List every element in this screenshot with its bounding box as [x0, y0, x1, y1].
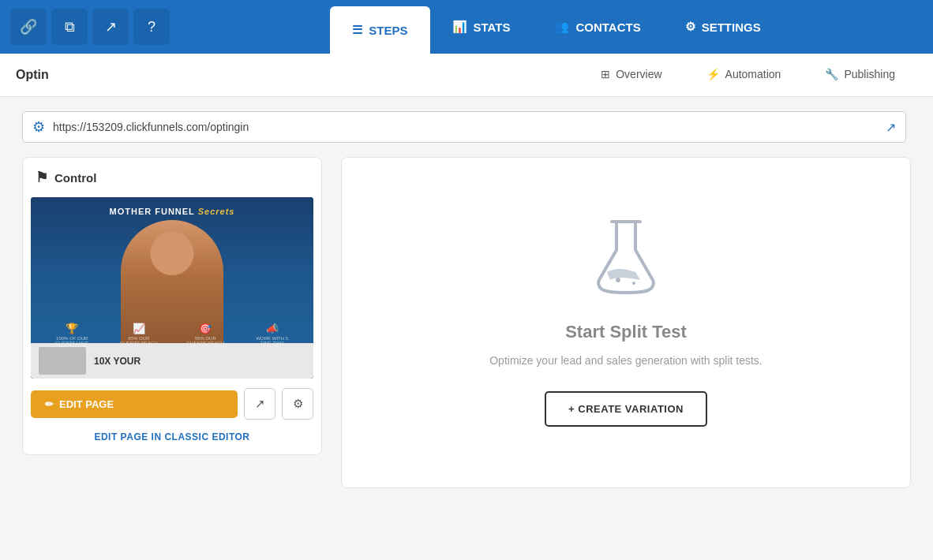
- top-tabs: ☰ STEPS 📊 STATS 👥 CONTACTS ⚙ SETTINGS: [180, 0, 933, 54]
- create-variation-button[interactable]: + CREATE VARIATION: [545, 391, 707, 427]
- control-card: ⚑ Control MOTHER FUNNEL Secrets 🏆 100% O…: [22, 157, 322, 455]
- tab-stats[interactable]: 📊 STATS: [430, 0, 533, 54]
- classic-editor-section: EDIT PAGE IN CLASSIC EDITOR: [23, 429, 321, 454]
- tab-contacts-label: CONTACTS: [575, 21, 640, 34]
- edit-pencil-icon: ✏: [45, 398, 54, 410]
- automation-icon: ⚡: [706, 68, 720, 80]
- thumbnail-image: [39, 347, 86, 375]
- settings-icon: ⚙: [685, 20, 695, 34]
- create-variation-label: + CREATE VARIATION: [568, 403, 684, 415]
- page-preview: MOTHER FUNNEL Secrets 🏆 100% OF OUR CLIE…: [31, 197, 313, 379]
- copy-button[interactable]: ⧉: [51, 9, 88, 45]
- url-bar: ⚙ https://153209.clickfunnels.com/opting…: [22, 111, 906, 143]
- thumbnail-text: 10X YOUR: [94, 356, 141, 367]
- split-test-card: Start Split Test Optimize your lead and …: [341, 157, 911, 488]
- svg-point-2: [632, 282, 635, 285]
- sub-tab-automation-label: Automation: [725, 68, 781, 80]
- preview-page-button[interactable]: ↗: [244, 388, 275, 420]
- url-external-icon[interactable]: ↗: [886, 120, 896, 135]
- contacts-icon: 👥: [554, 20, 569, 34]
- flask-icon: [594, 218, 658, 306]
- flag-icon: ⚑: [36, 169, 48, 186]
- sub-tab-publishing-label: Publishing: [844, 68, 895, 80]
- external-preview-icon: ↗: [255, 397, 265, 411]
- top-nav: 🔗 ⧉ ↗ ? ☰ STEPS 📊 STATS 👥 CONTACTS ⚙ SET…: [0, 0, 933, 54]
- sub-tab-overview-label: Overview: [616, 68, 661, 80]
- edit-page-button[interactable]: ✏ EDIT PAGE: [31, 390, 238, 418]
- tab-settings[interactable]: ⚙ SETTINGS: [663, 0, 783, 54]
- page-title: Optin: [16, 68, 579, 82]
- url-text: https://153209.clickfunnels.com/optingin: [53, 121, 878, 133]
- tab-settings-label: SETTINGS: [702, 21, 761, 34]
- sub-nav: Optin ⊞ Overview ⚡ Automation 🔧 Publishi…: [0, 54, 933, 97]
- gear-settings-icon: ⚙: [293, 397, 303, 411]
- url-gear-icon[interactable]: ⚙: [32, 118, 45, 136]
- svg-point-1: [616, 278, 620, 282]
- preview-inner: MOTHER FUNNEL Secrets 🏆 100% OF OUR CLIE…: [31, 197, 313, 379]
- external-link-button[interactable]: ↗: [92, 9, 129, 45]
- stats-icon: 📊: [452, 20, 467, 34]
- control-title: Control: [54, 171, 96, 185]
- tab-stats-label: STATS: [474, 21, 511, 34]
- control-actions: ✏ EDIT PAGE ↗ ⚙: [23, 379, 321, 429]
- page-settings-button[interactable]: ⚙: [282, 388, 313, 420]
- sub-tab-publishing[interactable]: 🔧 Publishing: [803, 54, 917, 96]
- sub-tab-automation[interactable]: ⚡ Automation: [684, 54, 804, 96]
- link-button[interactable]: 🔗: [10, 9, 47, 45]
- edit-page-label: EDIT PAGE: [59, 398, 114, 410]
- steps-icon: ☰: [352, 23, 362, 37]
- preview-logo: MOTHER FUNNEL Secrets: [110, 207, 235, 216]
- nav-icon-group: 🔗 ⧉ ↗ ?: [0, 0, 180, 54]
- publishing-icon: 🔧: [825, 68, 838, 80]
- help-button[interactable]: ?: [133, 9, 170, 45]
- url-bar-section: ⚙ https://153209.clickfunnels.com/opting…: [0, 97, 933, 157]
- preview-thumbnail-strip: 10X YOUR: [31, 343, 313, 379]
- split-test-title: Start Split Test: [565, 322, 687, 342]
- sub-tabs: ⊞ Overview ⚡ Automation 🔧 Publishing: [579, 54, 917, 96]
- split-test-description: Optimize your lead and sales generation …: [489, 352, 763, 369]
- control-header: ⚑ Control: [23, 158, 321, 197]
- tab-steps[interactable]: ☰ STEPS: [330, 6, 429, 54]
- main-content: ⚑ Control MOTHER FUNNEL Secrets 🏆 100% O…: [0, 157, 933, 510]
- tab-steps-label: STEPS: [369, 24, 407, 37]
- classic-editor-link[interactable]: EDIT PAGE IN CLASSIC EDITOR: [94, 431, 249, 442]
- tab-contacts[interactable]: 👥 CONTACTS: [532, 0, 662, 54]
- sub-tab-overview[interactable]: ⊞ Overview: [579, 54, 684, 96]
- overview-icon: ⊞: [601, 68, 610, 80]
